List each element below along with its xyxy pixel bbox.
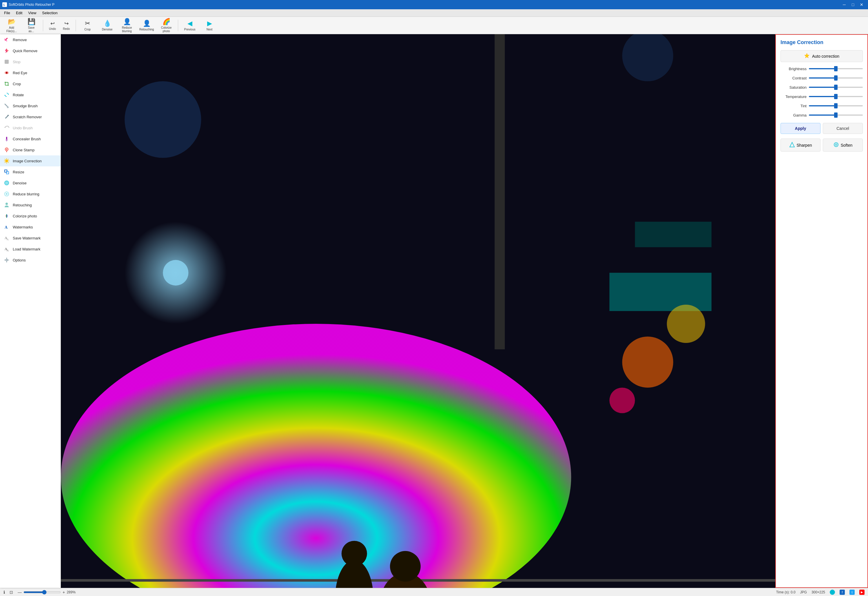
svg-rect-26 [6, 151, 7, 152]
undo-icon: ↩ [50, 20, 55, 27]
save-as-label: Saveas... [28, 26, 35, 33]
crop-toolbar-button[interactable]: ✂ Crop [78, 18, 97, 33]
svg-point-79 [610, 387, 635, 413]
menu-item-clone-stamp[interactable]: Clone Stamp [0, 144, 61, 155]
previous-label: Previous [184, 28, 196, 31]
resize-icon [3, 169, 10, 175]
previous-button[interactable]: ◀ Previous [180, 18, 199, 33]
saturation-row: Saturation [781, 85, 863, 90]
menu-item-options[interactable]: Options [0, 254, 61, 266]
denoise-label: Denoise [13, 181, 27, 185]
crop-toolbar-label: Crop [84, 28, 91, 31]
menu-item-image-correction[interactable]: Image Correction [0, 155, 61, 166]
auto-correction-button[interactable]: Auto correction [781, 50, 863, 62]
scratch-remover-icon [3, 114, 10, 120]
temperature-label: Temperature [781, 95, 807, 99]
next-button[interactable]: ▶ Next [200, 18, 219, 33]
svg-point-41 [6, 183, 7, 183]
crop-status-icon: ⊡ [10, 590, 13, 595]
menu-item-crop[interactable]: Crop [0, 78, 61, 89]
brightness-label: Brightness [781, 67, 807, 71]
menu-item-save-watermark[interactable]: A A Save Watermark [0, 232, 61, 244]
minimize-button[interactable]: ─ [840, 1, 848, 9]
svg-point-69 [342, 541, 367, 566]
youtube-icon[interactable]: ▶ [859, 590, 865, 595]
svg-rect-76 [635, 222, 712, 247]
zoom-slider[interactable] [24, 592, 61, 593]
auto-correction-icon [804, 53, 810, 59]
menu-item-red-eye[interactable]: Red Eye [0, 67, 61, 78]
zoom-plus-icon[interactable]: + [63, 590, 65, 595]
rotate-icon [3, 92, 10, 98]
zoom-minus-icon[interactable]: — [18, 590, 22, 595]
menu-item-smudge-brush[interactable]: Smudge Brush [0, 100, 61, 111]
svg-point-19 [7, 115, 9, 116]
menu-item-retouching[interactable]: Retouching [0, 200, 61, 210]
save-as-button[interactable]: 💾 Saveas... [22, 18, 41, 33]
svg-rect-58 [495, 34, 505, 349]
next-icon: ▶ [207, 20, 212, 27]
retouching-button[interactable]: 👤 Retouching [137, 18, 156, 33]
soften-button[interactable]: Soften [823, 139, 863, 152]
remove-label: Remove [13, 38, 27, 42]
remove-icon [3, 37, 10, 43]
add-files-icon: 📂 [8, 18, 16, 25]
status-bar: ℹ ⊡ — + 289% Time (s): 0.0 JPG 300×225 f… [0, 588, 868, 596]
colorize-photo-label: Colorize photo [13, 214, 37, 218]
denoise-toolbar-button[interactable]: 💧 Denoise [98, 18, 117, 33]
teal-icon[interactable] [830, 590, 835, 595]
denoise-toolbar-icon: 💧 [103, 20, 111, 27]
time-value: 0.0 [791, 590, 796, 594]
left-menu: Remove Quick Remove Stop [0, 34, 61, 588]
menu-item-watermarks[interactable]: A Watermarks [0, 222, 61, 232]
menu-item-quick-remove[interactable]: Quick Remove [0, 45, 61, 56]
colorize-button[interactable]: 🌈 Colorizephoto [157, 18, 176, 33]
canvas-area[interactable] [61, 34, 775, 588]
denoise-icon [3, 180, 10, 186]
tint-label: Tint [781, 104, 807, 108]
previous-icon: ◀ [187, 20, 192, 27]
svg-point-50 [6, 259, 7, 261]
menu-view[interactable]: View [25, 10, 39, 16]
zoom-control: — + 289% [18, 590, 77, 595]
rotate-label: Rotate [13, 93, 24, 97]
auto-correction-label: Auto correction [812, 54, 839, 59]
clone-stamp-label: Clone Stamp [13, 148, 34, 152]
menu-item-scratch-remover[interactable]: Scratch Remover [0, 111, 61, 122]
stop-label: Stop [13, 60, 21, 64]
colorize-icon: 🌈 [162, 18, 170, 25]
photo-canvas [61, 34, 775, 588]
smudge-brush-icon [3, 103, 10, 109]
reduce-blurring-button[interactable]: 👤 Reduceblurring [118, 18, 136, 33]
undo-button[interactable]: ↩ Undo [46, 18, 59, 33]
toolbar-separator-3 [178, 20, 178, 31]
menu-file[interactable]: File [1, 10, 13, 16]
menu-selection[interactable]: Selection [39, 10, 60, 16]
menu-item-remove[interactable]: Remove [0, 34, 61, 45]
close-button[interactable]: ✕ [858, 1, 866, 9]
maximize-button[interactable]: □ [849, 1, 857, 9]
menu-edit[interactable]: Edit [13, 10, 25, 16]
menu-item-denoise[interactable]: Denoise [0, 177, 61, 188]
zoom-value: 289% [66, 590, 77, 594]
panel-title: Image Correction [781, 40, 863, 46]
twitter-icon[interactable]: t [849, 590, 855, 595]
svg-point-71 [390, 551, 421, 582]
add-files-button[interactable]: 📂 AddFile(s)... [2, 18, 21, 33]
menu-item-colorize-photo[interactable]: Colorize photo [0, 210, 61, 222]
menu-bar: File Edit View Selection [0, 9, 868, 17]
sharpen-button[interactable]: Sharpen [781, 139, 821, 152]
redo-button[interactable]: ↪ Redo [59, 18, 73, 33]
smudge-brush-label: Smudge Brush [13, 104, 38, 108]
apply-button[interactable]: Apply [781, 123, 821, 134]
menu-item-resize[interactable]: Resize [0, 166, 61, 177]
menu-item-concealer-brush[interactable]: Concealer Brush [0, 133, 61, 144]
cancel-button[interactable]: Cancel [823, 123, 863, 134]
menu-item-rotate[interactable]: Rotate [0, 89, 61, 100]
gamma-row: Gamma [781, 112, 863, 118]
menu-item-load-watermark[interactable]: A A Load Watermark [0, 244, 61, 254]
menu-item-reduce-blurring[interactable]: Reduce blurring [0, 188, 61, 200]
blue-social-icon[interactable]: f [840, 590, 845, 595]
denoise-toolbar-label: Denoise [102, 28, 113, 31]
svg-text:A: A [7, 249, 9, 252]
